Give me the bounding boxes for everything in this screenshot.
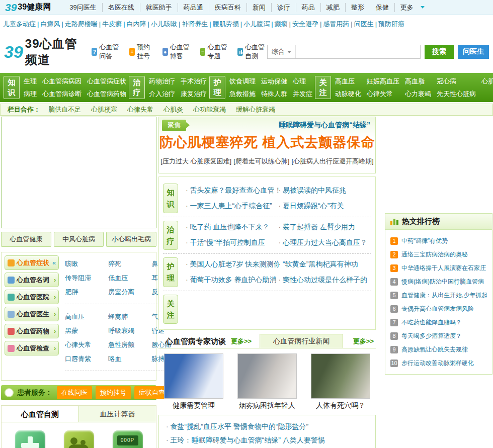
collab-link[interactable]: 心肌梗塞 — [91, 105, 117, 114]
nav-link[interactable]: 生理 — [24, 77, 37, 86]
section-tab-knowledge[interactable]: 知识 — [163, 184, 178, 213]
service-button[interactable]: 预约挂号 — [96, 386, 131, 399]
sidebar-item-terms[interactable]: 心血管名词 › — [5, 273, 59, 287]
nav-link[interactable]: 药物治疗 — [149, 77, 175, 86]
symptom-link[interactable]: 房室分离 — [108, 288, 151, 297]
hot-link[interactable]: 白癜风 — [36, 20, 60, 28]
nav-link[interactable]: 康复治疗 — [181, 89, 207, 99]
news-link[interactable]: 葡萄干功效多 养血护心助消 — [186, 276, 279, 285]
news-link[interactable]: 窦性心动过缓是什么样子的 — [279, 276, 372, 285]
collab-link[interactable]: 心肌炎 — [163, 105, 183, 114]
feature-tab[interactable]: 小心喝出毛病 — [106, 232, 156, 247]
symptom-link[interactable]: 呼吸衰竭 — [108, 326, 151, 335]
symptom-link[interactable]: 咳嗽 — [65, 259, 108, 268]
symptom-link[interactable]: 黑蒙 — [65, 326, 108, 335]
focus-top-link[interactable]: 睡眠障碍爱与心血管病“结缘” — [279, 121, 370, 130]
hot-link[interactable]: 腰肌劳损 — [208, 20, 238, 28]
tab-industry-news[interactable]: 心血管病行业新闻 — [260, 334, 343, 348]
hot-link[interactable]: 牛皮癣 — [98, 20, 122, 28]
quicklink-qa[interactable]: ?心血管问答 — [92, 43, 121, 61]
news-link[interactable]: 食盐“搅乱”血压水平 警惕食物中的“隐形盐分” — [166, 420, 368, 433]
nav-tab-treatment[interactable]: 治疗 — [129, 76, 145, 100]
hot-link[interactable]: 走路爬楼喘 — [60, 20, 97, 28]
symptom-link[interactable]: 急性房颤 — [108, 340, 151, 349]
news-link[interactable]: 一家三人患上“心手综合征” — [186, 202, 279, 211]
nav-tab-care[interactable]: 护理 — [209, 76, 225, 100]
nav-link[interactable]: 先天性心脏病 — [437, 89, 476, 99]
quicklink-booking[interactable]: +预约挂号 — [129, 43, 154, 61]
sidebar-item-symptoms[interactable]: 心血管症状 « — [5, 255, 59, 270]
news-link[interactable]: 易被误读的中风征兆 — [279, 186, 372, 195]
hot-link[interactable]: 儿童多动症 — [3, 20, 36, 28]
ranking-item[interactable]: 2 通络三宝防病治病的奥秘 — [390, 248, 488, 261]
hot-link[interactable]: 感冒用药 — [318, 20, 349, 28]
ranking-item[interactable]: 7 不吃药也能降血脂吗？ — [390, 316, 488, 329]
top-nav-item[interactable]: 疾病百科 — [209, 3, 247, 12]
collab-link[interactable]: 缓解心脏衰竭 — [236, 105, 275, 114]
tab-expert-interview[interactable]: 心血管病专家访谈 — [158, 334, 231, 348]
top-nav-item[interactable]: 整形 — [346, 3, 370, 12]
news-link[interactable]: 王玲：睡眠障碍爱与心血管病“结缘” 八类人要警惕 — [166, 433, 368, 447]
nav-link[interactable]: 心血管病药物 — [87, 89, 126, 99]
top-nav-item[interactable]: 新闻 — [247, 3, 272, 12]
hot-link[interactable]: 小儿腹泻 — [239, 20, 270, 28]
collab-link[interactable]: 脑供血不足 — [48, 105, 81, 114]
sidebar-item-doctor[interactable]: 心血管医生 › — [5, 307, 59, 321]
focus-sublink[interactable]: [压力过大 心脏康复困难] — [160, 157, 231, 165]
ask-doctor-button[interactable]: 问医生 — [458, 45, 489, 59]
collab-link[interactable]: 心律失常 — [127, 105, 153, 114]
hot-link[interactable]: 癫痫 — [270, 20, 287, 28]
site-logo-text[interactable]: 39健康网 — [18, 2, 51, 13]
nav-link[interactable]: 心血管病症状 — [87, 77, 126, 86]
symptom-link[interactable]: 咯血 — [108, 354, 151, 364]
section-tab-treatment[interactable]: 治疗 — [163, 221, 178, 250]
selftest-heart-test[interactable]: 心脏自测 — [54, 430, 103, 448]
site-logo-39-icon[interactable]: 39 — [5, 2, 17, 14]
symptom-link[interactable]: 肥胖 — [65, 288, 108, 297]
nav-link[interactable]: 运动保健 — [261, 77, 287, 86]
section-tab-focus[interactable]: 关注 — [163, 295, 178, 324]
quicklink-selftest[interactable]: 心血管自测 — [237, 43, 267, 61]
symptom-link[interactable]: 蜂窝肺 — [108, 312, 151, 321]
symptom-link[interactable]: 低血压 — [108, 274, 151, 283]
nav-link[interactable]: 手术治疗 — [181, 77, 207, 86]
nav-link[interactable]: 心理 — [293, 77, 312, 86]
expert-photo-2[interactable]: 烟雾病困扰年轻人 — [236, 353, 298, 410]
channel-logo-39-icon[interactable]: 39 — [4, 43, 23, 60]
symptom-link[interactable]: 传导阻滞 — [65, 274, 108, 283]
ranking-item[interactable]: 1 中药“调律”有优势 — [390, 234, 488, 248]
search-button[interactable]: 搜索 — [425, 45, 454, 59]
tab-bp-calculator[interactable]: 血压计算器 — [78, 406, 156, 422]
quicklink-topic[interactable]: ≡心血管专题 — [200, 43, 230, 61]
ranking-item[interactable]: 10 步行运动改善动脉粥样硬化 — [390, 356, 488, 370]
symptom-link[interactable]: 高血压 — [65, 312, 108, 321]
ranking-item[interactable]: 5 血管健康：从出生开始,少年抓起 — [390, 289, 488, 302]
nav-link[interactable]: 高血脂 — [405, 77, 431, 86]
more-link[interactable]: 更多>> — [231, 334, 252, 348]
nav-link[interactable]: 病理 — [24, 89, 37, 99]
news-link[interactable]: 吃了药 血压也降不下来？ — [186, 223, 279, 232]
nav-link[interactable]: 饮食调理 — [229, 77, 256, 86]
more-link[interactable]: 更多>> — [353, 334, 376, 348]
top-nav-item[interactable]: 减肥 — [321, 3, 346, 12]
sidebar-item-hospital[interactable]: 心血管医院 › — [5, 290, 59, 304]
hot-link[interactable]: 小儿咳嗽 — [146, 20, 177, 28]
nav-link[interactable]: 冠心病 — [437, 77, 476, 86]
symptom-link[interactable]: 口唇青紫 — [65, 354, 108, 364]
news-link[interactable]: 心理压力过大当心高血压？ — [279, 238, 372, 247]
sidebar-item-checkup[interactable]: 心血管检查 › — [5, 341, 59, 355]
symptom-link[interactable]: 心律失常 — [65, 340, 108, 349]
nav-link[interactable]: 动脉硬化 — [335, 89, 361, 99]
search-category-select[interactable]: 综合 — [268, 45, 296, 58]
news-link[interactable]: 美国人心脏老7岁 快来测测你 — [186, 260, 279, 269]
news-link[interactable]: 夏日烦躁跟“心”有关 — [279, 202, 372, 211]
section-tab-care[interactable]: 护理 — [163, 257, 178, 287]
ranking-item[interactable]: 4 慢病(络病)防治中国行脑血管病 — [390, 275, 488, 289]
top-nav-item[interactable]: 名医在线 — [103, 3, 140, 12]
nav-link[interactable]: 心血管病诊断 — [42, 89, 81, 99]
nav-link[interactable]: 急救措施 — [229, 89, 256, 99]
focus-sublink[interactable]: [爬着走可以练心肺] — [233, 157, 289, 165]
ranking-item[interactable]: 8 每天喝多少酒算适度？ — [390, 329, 488, 343]
sidebar-item-drugs[interactable]: 心血管药物 › — [5, 324, 59, 338]
nav-link[interactable]: 高血压 — [335, 77, 361, 86]
